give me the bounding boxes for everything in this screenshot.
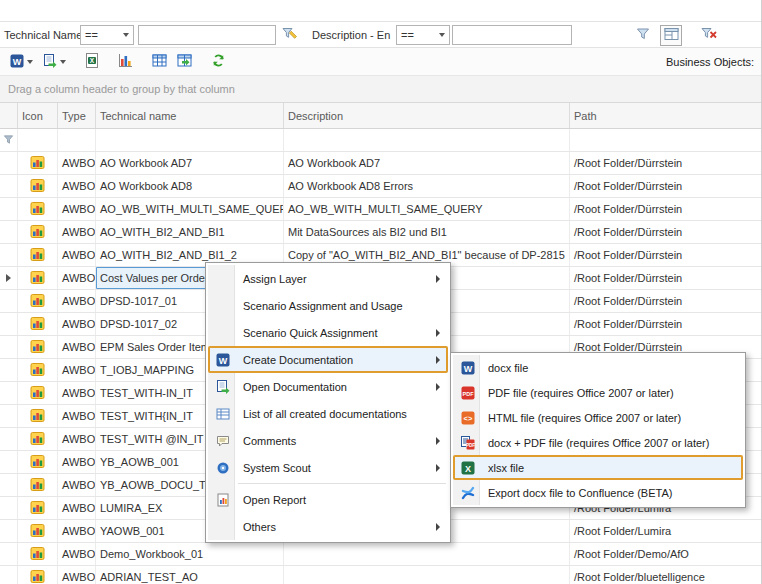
cell-icon [18,336,58,358]
awbo-workbook-icon [30,431,45,448]
svg-text:<>: <> [464,414,473,423]
row-indicator [0,244,18,266]
grid-view-button[interactable] [148,50,171,73]
comment-icon [210,434,236,448]
cell-icon [18,405,58,427]
cell-technical-name[interactable]: AO_WITH_BI2_AND_BI1 [96,221,284,243]
row-indicator [0,451,18,473]
chart-button[interactable] [114,50,137,73]
context-menu-item-open-documentation[interactable]: Open Documentation [208,373,448,400]
cell-technical-name[interactable]: AO Workbook AD8 [96,175,284,197]
context-menu-item-system-scout[interactable]: System Scout [208,454,448,481]
menu-item-label: HTML file (requires Office 2007 or later… [488,412,681,424]
svg-text:X: X [90,57,95,64]
technical-name-filter-input[interactable] [138,25,276,45]
description-filter-input[interactable] [452,25,572,45]
filter-edit-button[interactable] [279,25,301,46]
window-grid-icon [664,27,679,44]
clear-filter-button[interactable] [698,25,720,46]
submenu-item-xlsx-file[interactable]: Xxlsx file [453,455,743,480]
awbo-workbook-icon [30,178,45,195]
column-header-icon[interactable]: Icon [18,103,58,128]
filter-editor-button[interactable] [660,25,682,46]
export-xlsx-button[interactable]: X [81,50,103,73]
docx-icon: W [10,54,24,70]
context-menu-item-list-of-all-created-documentations[interactable]: List of all created documentations [208,400,448,427]
submenu-item-html-file-requires-office-2007-or-later[interactable]: <>HTML file (requires Office 2007 or lat… [453,405,743,430]
awbo-workbook-icon [30,247,45,264]
cell-technical-name[interactable]: Demo_Workbook_01 [96,543,284,565]
create-documentation-button[interactable]: W [6,51,37,73]
submenu-item-docx-pdf-file-requires-office-2007-or-later[interactable]: PDFdocx + PDF file (requires Office 2007… [453,430,743,455]
table-row[interactable]: AWBO AO_WB_WITH_MULTI_SAME_QUERY AO_WB_W… [0,198,762,221]
menu-item-label: PDF file (requires Office 2007 or later) [488,387,674,399]
refresh-button[interactable] [207,50,230,73]
column-header-description[interactable]: Description [284,103,570,128]
chart-icon [118,53,133,70]
row-indicator [0,336,18,358]
awbo-workbook-icon [30,569,45,584]
context-menu-item-create-documentation[interactable]: WCreate Documentation [208,346,448,373]
context-menu-item-open-report[interactable]: Open Report [208,486,448,513]
context-menu-item-scenario-quick-assignment[interactable]: Scenario Quick Assignment [208,319,448,346]
cell-type: AWBO [58,244,96,266]
submenu-item-export-docx-file-to-confluence-beta[interactable]: Export docx file to Confluence (BETA) [453,480,743,505]
context-menu-item-assign-layer[interactable]: Assign Layer [208,265,448,292]
row-indicator [0,382,18,404]
docx-pdf-icon: PDF [455,436,481,450]
table-row[interactable]: AWBO AO Workbook AD7 AO Workbook AD7 /Ro… [0,152,762,175]
cell-path: /Root Folder/Dürrstein [570,152,762,174]
cell-path: /Root Folder/Dürrstein [570,198,762,220]
cell-type: AWBO [58,520,96,542]
submenu-item-docx-file[interactable]: Wdocx file [453,355,743,380]
filter-button[interactable] [632,25,654,46]
technical-name-operator-select[interactable]: == [80,25,134,45]
submenu-arrow-icon [436,383,440,391]
cell-technical-name[interactable]: AO_WB_WITH_MULTI_SAME_QUERY [96,198,284,220]
cell-icon [18,221,58,243]
dropdown-caret-icon [27,60,33,64]
table-row[interactable]: AWBO AO_WITH_BI2_AND_BI1 Mit DataSources… [0,221,762,244]
context-menu-item-comments[interactable]: Comments [208,427,448,454]
auto-filter-row[interactable] [0,129,762,152]
application-window: Technical Name == Description - En == WX… [0,0,762,584]
docx-icon: W [210,353,236,367]
cell-icon [18,543,58,565]
cell-icon [18,566,58,584]
cell-icon [18,290,58,312]
table-row[interactable]: AWBO AO Workbook AD8 AO Workbook AD8 Err… [0,175,762,198]
cell-technical-name[interactable]: AO Workbook AD7 [96,152,284,174]
open-documentation-button[interactable] [39,51,70,73]
column-header-type[interactable]: Type [58,103,96,128]
row-indicator [0,267,18,289]
row-indicator [0,313,18,335]
table-row[interactable]: AWBO ADRIAN_TEST_AO /Root Folder/bluetel… [0,566,762,584]
table-row[interactable]: AWBO Demo_Workbook_01 /Root Folder/Demo/… [0,543,762,566]
menu-item-label: List of all created documentations [243,408,407,420]
awbo-workbook-icon [30,293,45,310]
description-operator-select[interactable]: == [396,25,450,45]
column-header-path[interactable]: Path [570,103,762,128]
svg-text:W: W [219,355,228,365]
awbo-workbook-icon [30,362,45,379]
context-menu-item-scenario-assignment-and-usage[interactable]: Scenario Assignment and Usage [208,292,448,319]
pdf-icon: PDF [455,386,481,400]
group-by-panel[interactable]: Drag a column header to group by that co… [0,76,762,103]
cell-type: AWBO [58,543,96,565]
operator-value: == [401,29,414,41]
cell-type: AWBO [58,428,96,450]
grid-export-button[interactable] [173,50,196,73]
column-header-technical-name[interactable]: Technical name [96,103,284,128]
docx-icon: W [455,361,481,375]
submenu-item-pdf-file-requires-office-2007-or-later[interactable]: PDFPDF file (requires Office 2007 or lat… [453,380,743,405]
context-menu-item-others[interactable]: Others [208,513,448,540]
cell-technical-name[interactable]: ADRIAN_TEST_AO [96,566,284,584]
cell-icon [18,359,58,381]
awbo-workbook-icon [30,224,45,241]
svg-text:PDF: PDF [463,390,475,396]
row-indicator [0,520,18,542]
table-header: Icon Type Technical name Description Pat… [0,103,762,129]
open-doc-icon [210,380,236,394]
group-by-hint: Drag a column header to group by that co… [8,83,235,95]
cell-path: /Root Folder/Dürrstein [570,221,762,243]
